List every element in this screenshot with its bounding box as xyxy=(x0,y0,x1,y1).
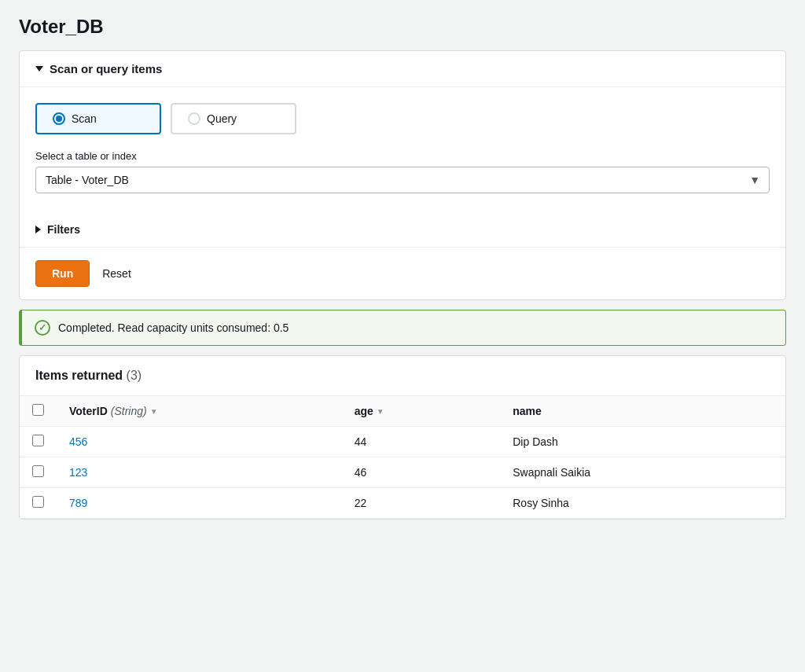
age-label: age xyxy=(355,405,373,417)
header-checkbox-cell xyxy=(20,396,57,427)
scan-radio-dot xyxy=(53,112,65,125)
cell-age: 44 xyxy=(342,427,501,457)
select-all-checkbox[interactable] xyxy=(32,404,44,416)
table-row: 45644Dip Dash xyxy=(20,427,785,457)
table-select[interactable]: Table - Voter_DB xyxy=(35,167,770,193)
collapse-icon xyxy=(35,66,43,72)
cell-name: Rosy Sinha xyxy=(500,488,785,519)
row-checkbox[interactable] xyxy=(32,465,44,477)
reset-button[interactable]: Reset xyxy=(99,261,134,286)
table-select-wrapper: Table - Voter_DB ▼ xyxy=(35,167,770,193)
cell-age: 46 xyxy=(342,457,501,488)
voter-id-link[interactable]: 789 xyxy=(69,497,87,509)
voter-id-link[interactable]: 123 xyxy=(69,466,87,479)
status-banner: ✓ Completed. Read capacity units consume… xyxy=(19,310,786,346)
voter-sort-icon: ▼ xyxy=(150,407,158,416)
row-checkbox[interactable] xyxy=(32,435,44,446)
voter-id-label: VoterID xyxy=(69,405,108,417)
action-row: Run Reset xyxy=(20,248,785,299)
table-select-group: Select a table or index Table - Voter_DB… xyxy=(35,150,770,193)
cell-age: 22 xyxy=(342,488,501,519)
header-name: name xyxy=(500,396,785,427)
status-message: Completed. Read capacity units consumed:… xyxy=(58,321,289,334)
results-count: (3) xyxy=(127,369,142,382)
page-title: Voter_DB xyxy=(19,16,786,38)
name-label: name xyxy=(513,405,542,417)
voter-id-type: (String) xyxy=(111,405,147,417)
table-row: 12346Swapnali Saikia xyxy=(20,457,785,488)
scan-query-radio-group: Scan Query xyxy=(35,103,770,134)
cell-name: Dip Dash xyxy=(500,427,785,457)
voter-sort-group[interactable]: VoterID (String) ▼ xyxy=(69,405,158,417)
cell-voter-id: 123 xyxy=(57,457,342,488)
voter-id-link[interactable]: 456 xyxy=(69,435,87,448)
query-radio-dot xyxy=(188,112,200,125)
table-select-label: Select a table or index xyxy=(35,150,770,162)
row-checkbox-cell xyxy=(20,427,57,457)
scan-radio-label: Scan xyxy=(72,112,97,125)
results-card: Items returned (3) VoterID (String) ▼ xyxy=(19,355,786,520)
table-header-row: VoterID (String) ▼ age ▼ xyxy=(20,396,785,427)
header-voter-id: VoterID (String) ▼ xyxy=(57,396,342,427)
success-icon: ✓ xyxy=(35,320,50,336)
row-checkbox[interactable] xyxy=(32,496,44,508)
query-radio-label: Query xyxy=(207,112,237,125)
scan-query-body: Scan Query Select a table or index Table… xyxy=(20,87,785,212)
results-table: VoterID (String) ▼ age ▼ xyxy=(20,395,785,519)
scan-query-header[interactable]: Scan or query items xyxy=(20,51,785,87)
run-button[interactable]: Run xyxy=(35,260,90,287)
scan-radio-option[interactable]: Scan xyxy=(35,103,161,134)
scan-query-header-label: Scan or query items xyxy=(50,62,162,75)
row-checkbox-cell xyxy=(20,488,57,519)
age-sort-group[interactable]: age ▼ xyxy=(355,405,384,417)
filters-expand-icon xyxy=(35,226,41,233)
results-header: Items returned (3) xyxy=(20,356,785,395)
results-tbody: 45644Dip Dash12346Swapnali Saikia78922Ro… xyxy=(20,427,785,519)
row-checkbox-cell xyxy=(20,457,57,488)
cell-name: Swapnali Saikia xyxy=(500,457,785,488)
table-row: 78922Rosy Sinha xyxy=(20,488,785,519)
query-radio-option[interactable]: Query xyxy=(171,103,296,134)
scan-query-card: Scan or query items Scan Query Select a … xyxy=(19,50,786,300)
results-table-wrapper: VoterID (String) ▼ age ▼ xyxy=(20,395,785,519)
cell-voter-id: 456 xyxy=(57,427,342,457)
results-title: Items returned xyxy=(35,369,123,382)
filters-label: Filters xyxy=(47,223,80,236)
age-sort-icon: ▼ xyxy=(377,407,384,416)
header-age: age ▼ xyxy=(342,396,501,427)
cell-voter-id: 789 xyxy=(57,488,342,519)
filters-section[interactable]: Filters xyxy=(20,212,785,248)
